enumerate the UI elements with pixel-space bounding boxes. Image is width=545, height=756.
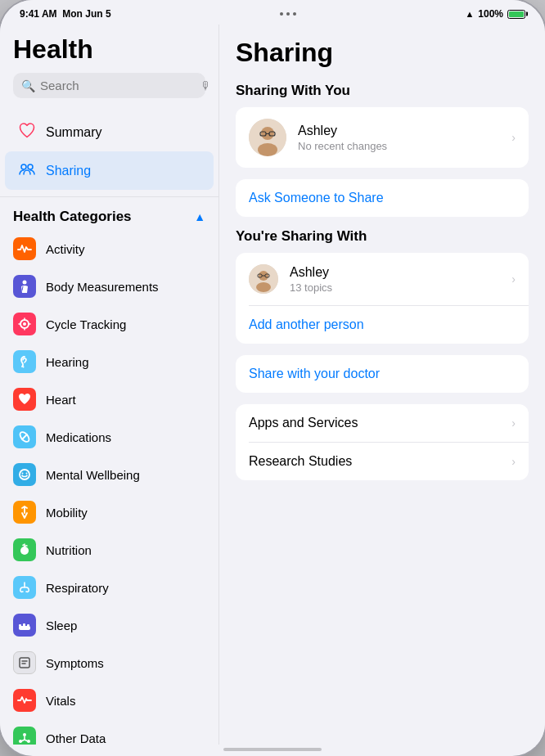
sidebar-item-nutrition[interactable]: Nutrition [0, 531, 218, 569]
hearing-icon [13, 350, 36, 373]
sidebar-item-sharing[interactable]: Sharing [5, 151, 214, 190]
main-layout: Health 🔍 🎙 Summary [0, 25, 545, 745]
vitals-icon [13, 689, 36, 712]
other-label: Other Data [46, 731, 106, 745]
apps-services-row[interactable]: Apps and Services › [236, 404, 529, 442]
sidebar-item-activity[interactable]: Activity [0, 230, 218, 268]
sidebar-item-symptoms[interactable]: Symptoms [0, 644, 218, 682]
svg-point-1 [28, 164, 33, 169]
nav-items: Summary Sharing [0, 106, 218, 197]
sharing-label: Sharing [46, 164, 91, 178]
sidebar-header: Health 🔍 🎙 [0, 34, 218, 106]
search-icon: 🔍 [21, 79, 35, 92]
sidebar-item-vitals[interactable]: Vitals [0, 682, 218, 719]
sidebar-item-sleep[interactable]: Sleep [0, 606, 218, 644]
ashley-name-sharing: Ashley [290, 265, 500, 280]
ashley-chevron-sharer: › [511, 131, 516, 144]
heart-label: Heart [46, 393, 76, 407]
mobility-icon [13, 501, 36, 524]
status-time-date: 9:41 AM Mon Jun 5 [20, 8, 111, 20]
symptoms-icon [13, 651, 36, 674]
sharing-icon [18, 160, 36, 182]
svg-point-20 [23, 733, 26, 736]
youre-sharing-label: You're Sharing With [236, 228, 529, 245]
share-doctor-label: Share with your doctor [249, 367, 380, 380]
sidebar-item-respiratory[interactable]: Respiratory [0, 569, 218, 606]
search-input[interactable] [40, 79, 196, 92]
youre-sharing-card: Ashley 13 topics › Add another person [236, 253, 529, 344]
categories-title: Health Categories [13, 209, 132, 225]
ashley-sharing-row[interactable]: Ashley 13 topics › [236, 253, 529, 305]
add-person-label: Add another person [249, 317, 364, 331]
svg-point-34 [256, 282, 271, 292]
apps-services-chevron: › [511, 416, 516, 430]
cycle-label: Cycle Tracking [46, 317, 126, 331]
device-frame: 9:41 AM Mon Jun 5 ▲ 100% Health 🔍 🎙 [0, 0, 545, 756]
share-doctor-card: Share with your doctor [236, 355, 529, 393]
sidebar-item-mobility[interactable]: Mobility [0, 493, 218, 531]
sharing-with-you-label: Sharing With You [236, 83, 529, 99]
categories-header: Health Categories ▲ [0, 200, 218, 230]
svg-line-8 [22, 434, 28, 440]
sidebar: Health 🔍 🎙 Summary [0, 25, 219, 745]
respiratory-icon [13, 576, 36, 599]
sidebar-item-other[interactable]: Other Data [0, 719, 218, 745]
svg-point-0 [21, 164, 26, 169]
sidebar-item-mental[interactable]: Mental Wellbeing [0, 456, 218, 493]
svg-rect-14 [19, 624, 21, 627]
body-icon [13, 275, 36, 298]
ashley-info-sharer: Ashley No recent changes [298, 124, 500, 152]
ashley-avatar-sharer [249, 119, 286, 156]
sharing-with-you-card: Ashley No recent changes › [236, 107, 529, 168]
wifi-icon: ▲ [465, 9, 474, 19]
svg-rect-16 [27, 624, 29, 627]
ashley-sharer-row[interactable]: Ashley No recent changes › [236, 107, 529, 168]
content-title: Sharing [236, 38, 529, 68]
mental-icon [13, 463, 36, 486]
summary-label: Summary [46, 125, 101, 140]
svg-point-12 [20, 547, 29, 555]
sleep-icon [13, 614, 36, 637]
svg-point-2 [23, 281, 27, 285]
svg-rect-17 [20, 658, 29, 668]
nutrition-icon [13, 538, 36, 561]
status-bar: 9:41 AM Mon Jun 5 ▲ 100% [0, 0, 545, 25]
mic-icon[interactable]: 🎙 [200, 79, 212, 92]
svg-point-5 [23, 322, 26, 326]
other-icon [13, 727, 36, 745]
home-indicator [223, 748, 322, 751]
share-doctor-row[interactable]: Share with your doctor [236, 355, 529, 393]
categories-chevron[interactable]: ▲ [194, 210, 205, 223]
ashley-subtitle-sharing: 13 topics [290, 281, 500, 294]
body-label: Body Measurements [46, 280, 159, 294]
research-studies-label: Research Studies [249, 454, 352, 469]
ashley-chevron-sharing: › [511, 272, 516, 286]
sidebar-item-heart[interactable]: Heart [0, 380, 218, 418]
status-indicators: ▲ 100% [465, 8, 525, 20]
sidebar-item-cycle[interactable]: Cycle Tracking [0, 305, 218, 343]
sidebar-item-summary[interactable]: Summary [5, 113, 214, 151]
ashley-subtitle-sharer: No recent changes [298, 140, 500, 152]
sidebar-title: Health [13, 34, 205, 65]
cycle-icon [13, 313, 36, 335]
status-dots [280, 12, 296, 16]
add-person-row[interactable]: Add another person [236, 306, 529, 344]
svg-line-24 [21, 740, 25, 741]
svg-point-11 [26, 473, 28, 475]
search-bar[interactable]: 🔍 🎙 [13, 73, 205, 98]
research-studies-row[interactable]: Research Studies › [236, 443, 529, 480]
svg-rect-15 [23, 623, 25, 627]
content-area: Sharing Sharing With You [219, 25, 545, 745]
sidebar-item-body[interactable]: Body Measurements [0, 268, 218, 305]
sidebar-item-hearing[interactable]: Hearing [0, 343, 218, 380]
sleep-label: Sleep [46, 619, 77, 632]
sidebar-item-medications[interactable]: Medications [0, 418, 218, 456]
ashley-info-sharing: Ashley 13 topics [290, 265, 500, 294]
ask-someone-row[interactable]: Ask Someone to Share [236, 179, 529, 217]
activity-label: Activity [46, 242, 85, 256]
ashley-avatar-sharing [249, 264, 278, 294]
symptoms-label: Symptoms [46, 656, 104, 670]
activity-icon [13, 237, 36, 260]
svg-point-9 [20, 470, 29, 479]
svg-point-10 [22, 473, 24, 475]
